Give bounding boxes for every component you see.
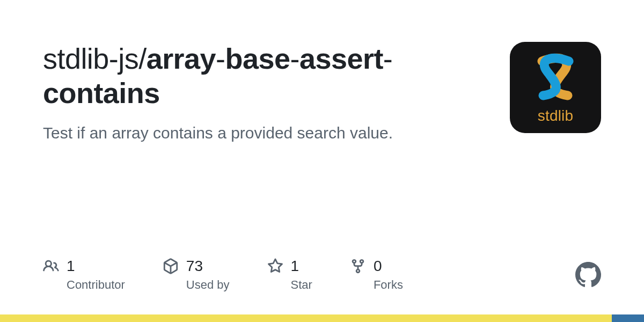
people-icon (43, 258, 59, 274)
stat-stars-label: Star (267, 278, 312, 292)
repo-name-part-1: base (225, 42, 290, 75)
stat-stars: 1 Star (267, 258, 312, 292)
repo-description: Test if an array contains a provided sea… (43, 122, 493, 144)
stats-group: 1 Contributor 73 Used by 1 (43, 258, 403, 292)
language-segment (0, 314, 612, 322)
stat-contributors-label: Contributor (43, 278, 125, 292)
name-sep-1: - (290, 42, 299, 75)
star-icon (267, 258, 283, 274)
stdlib-logo-icon (526, 50, 585, 106)
stat-forks-label: Forks (350, 278, 403, 292)
fork-icon (350, 258, 366, 274)
stat-usedby-count: 73 (186, 258, 203, 275)
language-segment (612, 314, 644, 322)
stat-forks-count: 0 (374, 258, 382, 275)
stat-forks: 0 Forks (350, 258, 403, 292)
repo-owner: stdlib-js (43, 42, 138, 75)
repo-name-part-3: contains (43, 77, 160, 109)
stat-contributors-count: 1 (67, 258, 75, 275)
repo-title: stdlib-js/array-base-assert-contains (43, 42, 493, 110)
repo-name-part-0: array (147, 42, 216, 75)
stat-contributors: 1 Contributor (43, 258, 125, 292)
name-sep-2: - (383, 42, 392, 75)
text-column: stdlib-js/array-base-assert-contains Tes… (43, 42, 493, 144)
avatar-label: stdlib (538, 107, 574, 125)
top-row: stdlib-js/array-base-assert-contains Tes… (43, 42, 601, 144)
package-icon (163, 258, 179, 274)
github-mark-icon (575, 262, 601, 288)
language-accent-bar (0, 314, 644, 322)
stat-usedby-label: Used by (163, 278, 230, 292)
stat-stars-count: 1 (291, 258, 299, 275)
stat-usedby: 73 Used by (163, 258, 230, 292)
repo-name-part-2: assert (299, 42, 383, 75)
repo-social-card: stdlib-js/array-base-assert-contains Tes… (0, 0, 644, 322)
name-sep-0: - (216, 42, 225, 75)
stats-row: 1 Contributor 73 Used by 1 (43, 258, 601, 292)
owner-avatar: stdlib (510, 42, 601, 133)
owner-sep: / (138, 42, 146, 75)
